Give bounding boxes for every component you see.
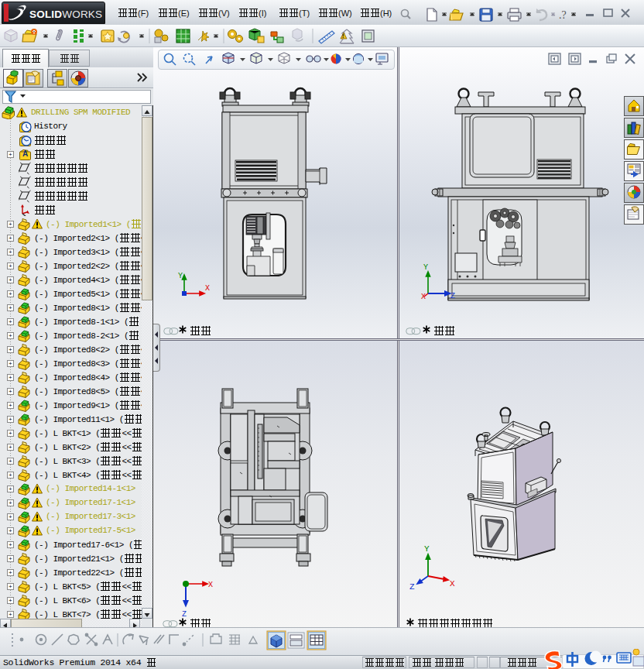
svg-text:X: X [450, 579, 455, 588]
svg-text:X: X [205, 284, 210, 293]
svg-text:SOLIDWORKS: SOLIDWORKS [29, 9, 102, 20]
svg-text:!: ! [342, 33, 344, 39]
svg-text:.?: .? [559, 9, 567, 21]
svg-text:Y: Y [423, 263, 428, 272]
svg-text:Y: Y [424, 544, 430, 554]
svg-text:Z: Z [409, 582, 415, 589]
svg-text:Z: Z [450, 292, 455, 299]
svg-text:Y: Y [178, 272, 183, 280]
svg-text:X: X [208, 581, 213, 589]
svg-text:X: X [421, 293, 426, 299]
